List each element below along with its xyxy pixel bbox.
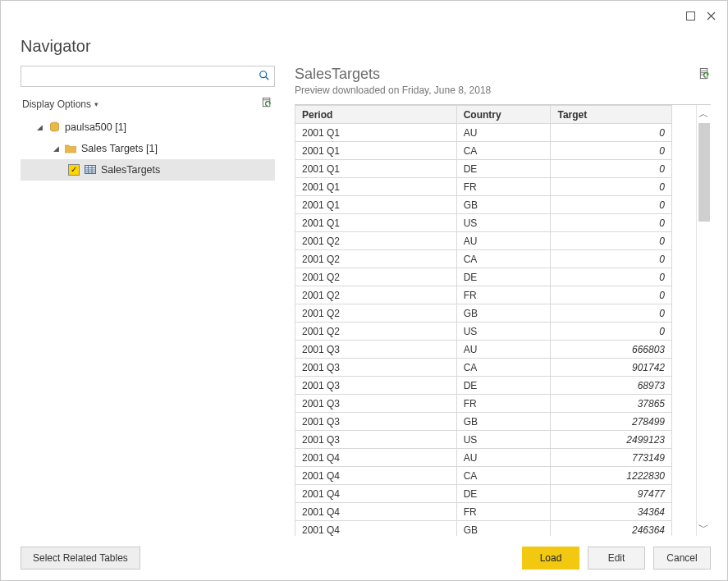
edit-button[interactable]: Edit xyxy=(588,547,645,570)
table-row[interactable]: 2001 Q3US2499123 xyxy=(295,431,672,449)
cell-period: 2001 Q3 xyxy=(295,395,457,413)
table-row[interactable]: 2001 Q2US0 xyxy=(295,323,672,341)
add-to-report-icon[interactable] xyxy=(698,67,711,84)
load-button[interactable]: Load xyxy=(522,547,579,570)
cell-country: FR xyxy=(456,503,551,521)
refresh-icon[interactable] xyxy=(261,97,273,112)
cell-target: 0 xyxy=(551,142,672,160)
table-row[interactable]: 2001 Q1CA0 xyxy=(295,142,672,160)
cell-country: GB xyxy=(456,521,551,537)
table-row[interactable]: 2001 Q1US0 xyxy=(295,214,672,232)
cell-period: 2001 Q3 xyxy=(295,431,457,449)
column-header[interactable]: Target xyxy=(551,106,672,124)
table-row[interactable]: 2001 Q1DE0 xyxy=(295,160,672,178)
database-icon xyxy=(48,121,60,133)
left-pane: Display Options ▾ ◢ paulsa500 [1] ◢ xyxy=(21,66,275,536)
checkbox-checked-icon[interactable]: ✓ xyxy=(68,164,80,176)
cell-country: FR xyxy=(456,286,551,304)
cell-target: 0 xyxy=(551,268,672,286)
maximize-icon[interactable] xyxy=(686,11,695,21)
cell-target: 0 xyxy=(551,286,672,304)
table-row[interactable]: 2001 Q2GB0 xyxy=(295,304,672,323)
expander-icon[interactable]: ◢ xyxy=(52,144,60,153)
scroll-down-icon[interactable]: ﹀ xyxy=(698,522,709,533)
cell-country: US xyxy=(456,431,551,449)
table-row[interactable]: 2001 Q2DE0 xyxy=(295,268,672,286)
search-input[interactable] xyxy=(21,66,275,87)
close-icon[interactable] xyxy=(707,11,716,21)
table-row[interactable]: 2001 Q3GB278499 xyxy=(295,413,672,431)
tree-node-folder[interactable]: ◢ Sales Targets [1] xyxy=(21,138,275,159)
display-options-dropdown[interactable]: Display Options ▾ xyxy=(22,98,98,110)
cell-target: 0 xyxy=(551,160,672,178)
table-row[interactable]: 2001 Q3DE68973 xyxy=(295,377,672,395)
cell-period: 2001 Q2 xyxy=(295,250,457,268)
cell-target: 773149 xyxy=(551,449,672,467)
cell-target: 0 xyxy=(551,232,672,250)
cell-country: FR xyxy=(456,395,551,413)
preview-pane: SalesTargets Preview downloaded on Frida… xyxy=(295,66,711,536)
cell-period: 2001 Q3 xyxy=(295,341,457,359)
column-header[interactable]: Country xyxy=(456,106,551,124)
table-row[interactable]: 2001 Q1FR0 xyxy=(295,178,672,196)
cell-period: 2001 Q3 xyxy=(295,359,457,377)
table-row[interactable]: 2001 Q2CA0 xyxy=(295,250,672,268)
cell-period: 2001 Q3 xyxy=(295,377,457,395)
tree-node-root[interactable]: ◢ paulsa500 [1] xyxy=(21,117,275,138)
cell-period: 2001 Q1 xyxy=(295,124,457,142)
cell-target: 2499123 xyxy=(551,431,672,449)
navigator-tree: ◢ paulsa500 [1] ◢ Sales Targets [1] ✓ xyxy=(21,117,275,181)
cell-period: 2001 Q2 xyxy=(295,304,457,323)
scrollbar-thumb[interactable] xyxy=(698,123,710,222)
search-icon[interactable] xyxy=(259,70,270,84)
cell-country: AU xyxy=(456,449,551,467)
tree-node-table[interactable]: ✓ SalesTargets xyxy=(21,159,275,181)
table-row[interactable]: 2001 Q4AU773149 xyxy=(295,449,672,467)
cell-target: 0 xyxy=(551,124,672,142)
table-row[interactable]: 2001 Q4CA1222830 xyxy=(295,467,672,485)
scroll-up-icon[interactable]: ︿ xyxy=(698,108,709,119)
svg-rect-5 xyxy=(85,166,96,174)
cell-target: 0 xyxy=(551,250,672,268)
expander-icon[interactable]: ◢ xyxy=(35,123,43,131)
table-row[interactable]: 2001 Q3CA901742 xyxy=(295,359,672,377)
cell-period: 2001 Q2 xyxy=(295,323,457,341)
cell-period: 2001 Q2 xyxy=(295,286,457,304)
cell-target: 97477 xyxy=(551,485,672,503)
cell-period: 2001 Q4 xyxy=(295,449,457,467)
vertical-scrollbar[interactable]: ︿ ﹀ xyxy=(696,105,711,536)
cell-target: 901742 xyxy=(551,359,672,377)
cell-country: DE xyxy=(456,485,551,503)
table-row[interactable]: 2001 Q3FR37865 xyxy=(295,395,672,413)
cell-target: 278499 xyxy=(551,413,672,431)
table-row[interactable]: 2001 Q4FR34364 xyxy=(295,503,672,521)
table-row[interactable]: 2001 Q1AU0 xyxy=(295,124,672,142)
chevron-down-icon: ▾ xyxy=(94,100,98,108)
cell-target: 1222830 xyxy=(551,467,672,485)
table-row[interactable]: 2001 Q2AU0 xyxy=(295,232,672,250)
cell-period: 2001 Q4 xyxy=(295,521,457,537)
cell-period: 2001 Q4 xyxy=(295,485,457,503)
table-row[interactable]: 2001 Q4GB246364 xyxy=(295,521,672,537)
cell-target: 0 xyxy=(551,178,672,196)
title-bar xyxy=(1,1,727,30)
table-row[interactable]: 2001 Q4DE97477 xyxy=(295,485,672,503)
table-row[interactable]: 2001 Q1GB0 xyxy=(295,196,672,214)
cell-target: 246364 xyxy=(551,521,672,537)
cell-period: 2001 Q1 xyxy=(295,214,457,232)
table-row[interactable]: 2001 Q2FR0 xyxy=(295,286,672,304)
cell-target: 0 xyxy=(551,323,672,341)
cancel-button[interactable]: Cancel xyxy=(653,547,711,570)
cell-country: US xyxy=(456,323,551,341)
cell-period: 2001 Q1 xyxy=(295,178,457,196)
column-header[interactable]: Period xyxy=(295,106,457,124)
cell-country: DE xyxy=(456,377,551,395)
table-icon xyxy=(85,165,96,175)
preview-title: SalesTargets xyxy=(295,66,491,83)
select-related-tables-button[interactable]: Select Related Tables xyxy=(21,547,140,570)
cell-period: 2001 Q4 xyxy=(295,503,457,521)
svg-point-1 xyxy=(260,71,267,78)
cell-period: 2001 Q4 xyxy=(295,467,457,485)
cell-country: GB xyxy=(456,304,551,323)
table-row[interactable]: 2001 Q3AU666803 xyxy=(295,341,672,359)
